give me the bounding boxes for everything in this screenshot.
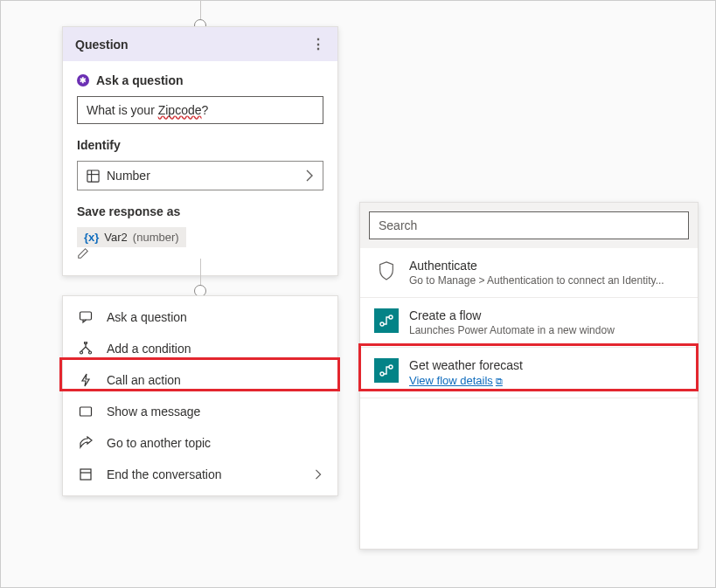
end-icon — [79, 467, 94, 481]
svg-point-13 — [389, 365, 393, 369]
menu-end-conversation[interactable]: End the conversation — [63, 459, 337, 490]
svg-rect-0 — [87, 169, 99, 181]
svg-rect-8 — [80, 469, 91, 480]
message-icon — [79, 405, 94, 419]
view-flow-details-link[interactable]: View flow details⧉ — [409, 374, 684, 387]
panel-item-subtitle: Launches Power Automate in a new window — [409, 324, 684, 336]
identify-dropdown[interactable]: Number — [77, 161, 323, 190]
search-placeholder: Search — [379, 218, 417, 232]
share-icon — [79, 436, 94, 450]
panel-item-create-flow[interactable]: Create a flow Launches Power Automate in… — [360, 298, 698, 348]
menu-ask-question[interactable]: Ask a question — [63, 301, 337, 333]
panel-item-title: Get weather forecast — [409, 358, 684, 372]
branch-icon — [79, 342, 94, 356]
menu-go-to-topic[interactable]: Go to another topic — [63, 427, 337, 459]
svg-rect-3 — [80, 312, 92, 320]
svg-point-4 — [80, 351, 83, 354]
action-picker-panel: Search Authenticate Go to Manage > Authe… — [359, 202, 699, 550]
add-node-menu: Ask a question Add a condition Call an a… — [62, 295, 338, 496]
svg-point-12 — [380, 372, 384, 376]
flow-icon — [374, 358, 399, 383]
question-text-input[interactable]: What is your Zipcode? — [77, 96, 323, 124]
save-response-label: Save response as — [77, 204, 323, 218]
bolt-icon — [79, 373, 94, 387]
panel-item-title: Authenticate — [409, 259, 684, 273]
identify-label: Identify — [77, 138, 323, 152]
card-menu-kebab-icon[interactable]: ⋮ — [311, 36, 325, 52]
search-input[interactable]: Search — [369, 211, 689, 239]
card-title: Question — [75, 38, 129, 52]
svg-point-11 — [389, 315, 393, 319]
ask-question-label: ✱ Ask a question — [77, 73, 323, 87]
variable-braces-icon: {x} — [84, 231, 99, 244]
svg-rect-7 — [80, 407, 92, 416]
entity-icon — [87, 169, 100, 183]
panel-item-authenticate[interactable]: Authenticate Go to Manage > Authenticati… — [360, 248, 698, 298]
external-link-icon: ⧉ — [496, 376, 503, 386]
panel-item-get-weather[interactable]: Get weather forecast View flow details⧉ — [360, 348, 698, 398]
edit-variable-pencil-icon[interactable] — [77, 247, 323, 259]
variable-chip[interactable]: {x} Var2 (number) — [77, 227, 186, 247]
chevron-right-icon — [315, 469, 322, 480]
shield-icon — [374, 259, 399, 283]
svg-point-10 — [380, 322, 384, 326]
panel-item-subtitle: Go to Manage > Authentication to connect… — [409, 274, 684, 287]
menu-add-condition[interactable]: Add a condition — [63, 333, 337, 364]
card-header: Question ⋮ — [63, 27, 337, 61]
panel-item-title: Create a flow — [409, 308, 684, 322]
menu-show-message[interactable]: Show a message — [63, 396, 337, 427]
svg-point-5 — [89, 351, 92, 354]
menu-call-action[interactable]: Call an action — [63, 364, 337, 396]
chevron-right-icon — [305, 169, 314, 182]
ask-dot-icon: ✱ — [77, 74, 89, 86]
flow-icon — [374, 308, 399, 333]
question-card: Question ⋮ ✱ Ask a question What is your… — [62, 26, 338, 276]
chat-icon — [79, 310, 94, 324]
